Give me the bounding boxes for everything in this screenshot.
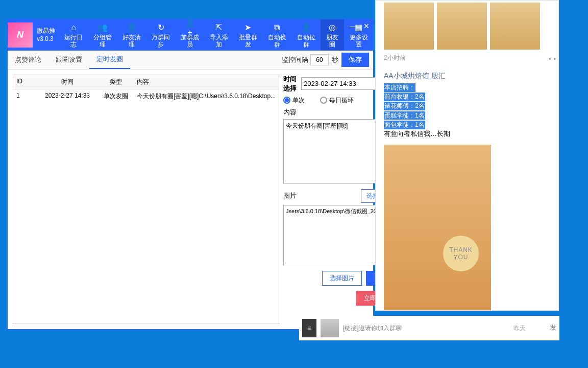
nav-tab-0[interactable]: ⌂运行日志 bbox=[59, 19, 88, 51]
chat-preview-bar[interactable]: ≡ [链接]邀请你加入群聊 昨天 发 bbox=[299, 316, 559, 340]
post-text: 裱花师傅：2名 bbox=[384, 102, 425, 110]
thank-you-badge: THANK YOU bbox=[443, 236, 479, 271]
nav-icon: 👥 bbox=[97, 22, 108, 33]
post-text: 面包学徒：1名 bbox=[384, 121, 425, 129]
thumbnail[interactable] bbox=[384, 3, 434, 50]
app-version: v3.0.3 bbox=[37, 35, 55, 43]
nav-icon: ◎ bbox=[327, 22, 337, 33]
nav-tab-1[interactable]: 👥分组管理 bbox=[88, 19, 117, 51]
table-row[interactable]: 1 2023-2-27 14:33 单次发圈 今天份朋有圈[害羞][嗯]C:\U… bbox=[13, 89, 279, 103]
radio-checked-icon bbox=[283, 97, 290, 104]
col-type: 类型 bbox=[98, 75, 134, 89]
sub-tab-like-comment[interactable]: 点赞评论 bbox=[8, 51, 48, 68]
cell-type: 单次发圈 bbox=[98, 89, 134, 103]
main-window: N 微易推 v3.0.3 ⌂运行日志👥分组管理👤好友清理↻万群同步👤+加群成员⇱… bbox=[7, 19, 374, 330]
nav-icon: 👤 bbox=[127, 22, 137, 33]
nav-label: 导入添加 bbox=[208, 34, 230, 49]
col-time: 时间 bbox=[37, 75, 98, 89]
minimize-button[interactable]: — bbox=[349, 21, 358, 31]
sub-tab-bar: 点赞评论 跟圈设置 定时发圈 监控间隔 秒 保存 bbox=[8, 51, 373, 70]
nav-icon: 👤+ bbox=[185, 22, 195, 33]
nav-label: 加群成员 bbox=[179, 34, 201, 49]
thumbnail-row bbox=[384, 3, 550, 50]
post-text: 蛋糕学徒：1名 bbox=[384, 111, 425, 120]
image-label: 图片 bbox=[283, 191, 297, 200]
sub-tab-scheduled-post[interactable]: 定时发圈 bbox=[89, 51, 130, 69]
more-menu-icon[interactable]: • • bbox=[549, 56, 556, 63]
nav-label: 万群同步 bbox=[150, 34, 172, 49]
nav-tab-5[interactable]: ⇱导入添加 bbox=[204, 19, 233, 51]
chat-time: 昨天 bbox=[513, 324, 526, 333]
monitor-interval-input[interactable] bbox=[310, 54, 329, 65]
radio-unchecked-icon bbox=[320, 97, 327, 104]
nav-tab-8[interactable]: 👤自动拉群 bbox=[291, 19, 321, 51]
app-name: 微易推 bbox=[37, 27, 55, 35]
select-image-button[interactable]: 选择图片 bbox=[322, 271, 362, 286]
save-button[interactable]: 保存 bbox=[341, 53, 369, 67]
radio-once[interactable]: 单次 bbox=[283, 96, 305, 105]
nav-icon: ⧉ bbox=[272, 22, 282, 33]
nav-label: 好友清理 bbox=[121, 34, 143, 49]
nav-icon: ⇱ bbox=[214, 22, 224, 33]
sub-tab-follow-settings[interactable]: 跟圈设置 bbox=[48, 51, 89, 68]
post-image[interactable]: THANK YOU bbox=[384, 145, 491, 311]
col-id: ID bbox=[13, 75, 37, 89]
datetime-label: 时间选择 bbox=[283, 75, 301, 93]
post-text: 有意向者私信我…长期 bbox=[384, 129, 550, 139]
nav-icon: 👤 bbox=[301, 22, 311, 33]
app-title: 微易推 v3.0.3 bbox=[33, 24, 59, 47]
post-text: 本店招聘： bbox=[384, 83, 415, 92]
radio-daily-label: 每日循环 bbox=[329, 96, 354, 105]
nav-tab-9[interactable]: ◎朋友圈 bbox=[321, 19, 344, 51]
nav-tab-4[interactable]: 👤+加群成员 bbox=[176, 19, 205, 51]
title-bar: N 微易推 v3.0.3 ⌂运行日志👥分组管理👤好友清理↻万群同步👤+加群成员⇱… bbox=[8, 19, 373, 51]
main-nav: ⌂运行日志👥分组管理👤好友清理↻万群同步👤+加群成员⇱导入添加➤批量群发⧉自动换… bbox=[59, 19, 373, 51]
nav-label: 自动换群 bbox=[266, 34, 288, 49]
nav-label: 自动拉群 bbox=[295, 34, 317, 49]
nav-tab-6[interactable]: ➤批量群发 bbox=[233, 19, 262, 51]
nav-icon: ➤ bbox=[243, 22, 253, 33]
radio-daily[interactable]: 每日循环 bbox=[320, 96, 354, 105]
nav-tab-2[interactable]: 👤好友清理 bbox=[117, 19, 146, 51]
close-button[interactable]: ✕ bbox=[362, 21, 371, 31]
moments-feed-panel: 2小时前 • • AA小城烘焙馆 殷汇 本店招聘： 前台收银：2名 裱花师傅：2… bbox=[375, 0, 559, 311]
post-time: 2小时前 bbox=[384, 54, 550, 62]
avatar bbox=[321, 319, 339, 337]
monitor-unit: 秒 bbox=[332, 55, 338, 64]
nav-icon: ↻ bbox=[156, 22, 166, 33]
nav-label: 运行日志 bbox=[63, 34, 85, 49]
cell-id: 1 bbox=[13, 89, 37, 103]
send-label[interactable]: 发 bbox=[550, 323, 556, 332]
nav-label: 批量群发 bbox=[237, 34, 259, 49]
nav-tab-3[interactable]: ↻万群同步 bbox=[146, 19, 176, 51]
nav-icon: ⌂ bbox=[68, 22, 79, 33]
monitor-interval-label: 监控间隔 bbox=[282, 55, 308, 64]
chat-preview-text: [链接]邀请你加入群聊 bbox=[343, 324, 509, 333]
col-content: 内容 bbox=[134, 75, 279, 89]
app-logo: N bbox=[8, 22, 33, 48]
nav-label: 更多设置 bbox=[348, 34, 370, 49]
cell-content: 今天份朋有圈[害羞][嗯]C:\Users\3.6.0.18\Desktop..… bbox=[134, 89, 279, 103]
post-text: 前台收银：2名 bbox=[384, 93, 425, 101]
thumbnail[interactable] bbox=[490, 3, 540, 50]
thumbnail[interactable] bbox=[437, 3, 487, 50]
radio-once-label: 单次 bbox=[292, 96, 305, 105]
post-author[interactable]: AA小城烘焙馆 殷汇 bbox=[384, 72, 550, 81]
nav-label: 朋友圈 bbox=[324, 34, 340, 49]
nav-tab-7[interactable]: ⧉自动换群 bbox=[262, 19, 291, 51]
schedule-table: ID 时间 类型 内容 1 2023-2-27 14:33 单次发圈 今天份朋有… bbox=[13, 75, 279, 324]
cell-time: 2023-2-27 14:33 bbox=[37, 89, 98, 103]
nav-label: 分组管理 bbox=[92, 34, 114, 49]
menu-icon[interactable]: ≡ bbox=[302, 319, 316, 337]
